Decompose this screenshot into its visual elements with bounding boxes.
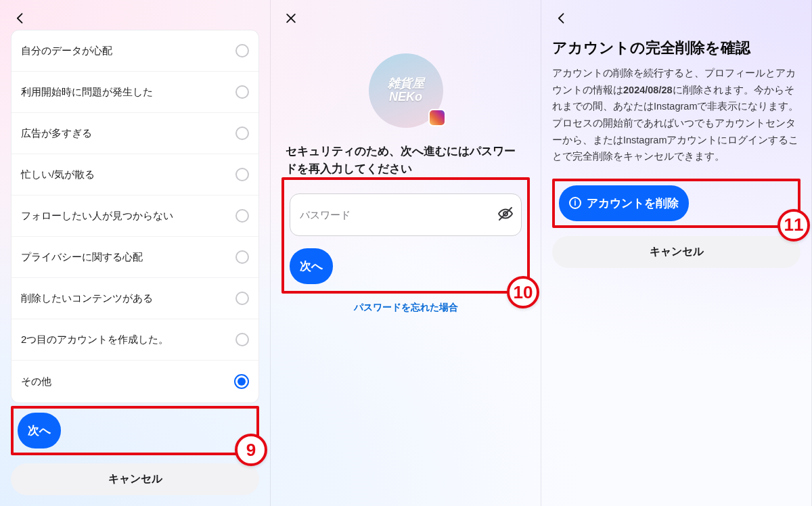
reason-label: 利用開始時に問題が発生した — [21, 86, 153, 99]
reason-row[interactable]: 自分のデータが心配 — [12, 30, 258, 72]
back-icon[interactable] — [552, 9, 571, 28]
reason-row[interactable]: フォローしたい人が見つからない — [12, 196, 258, 237]
cancel-button[interactable]: キャンセル — [552, 236, 800, 268]
reason-label: フォローしたい人が見つからない — [21, 210, 173, 223]
step-number-badge: 10 — [507, 276, 539, 308]
step-number-badge: 9 — [235, 434, 267, 466]
confirm-body-date: 2024/08/28 — [623, 85, 673, 95]
reason-list: 自分のデータが心配利用開始時に問題が発生した広告が多すぎる忙しい/気が散るフォロ… — [11, 30, 259, 403]
close-icon[interactable] — [281, 9, 300, 28]
avatar-text-line2: NEKo — [389, 91, 422, 104]
radio-unselected-icon[interactable] — [235, 168, 249, 181]
forgot-password-label: パスワードを忘れた場合 — [354, 302, 458, 313]
next-button-label: 次へ — [300, 258, 323, 274]
step-number-badge: 11 — [777, 209, 810, 242]
delete-account-label: アカウントを削除 — [587, 196, 679, 211]
password-input[interactable] — [290, 193, 522, 236]
reason-row[interactable]: 広告が多すぎる — [12, 113, 258, 154]
password-heading: セキュリティのため、次へ進むにはパスワードを再入力してください — [281, 143, 530, 177]
reason-label: 削除したいコンテンツがある — [21, 292, 153, 305]
reason-row[interactable]: 利用開始時に問題が発生した — [12, 72, 258, 113]
confirm-body-post: に削除されます。今からそれまでの間、あなたはInstagramで非表示になります… — [552, 85, 798, 162]
radio-unselected-icon[interactable] — [235, 85, 249, 99]
reason-label: 忙しい/気が散る — [21, 168, 95, 181]
avatar-text-line1: 雑貨屋 — [388, 77, 424, 91]
info-icon — [569, 197, 581, 209]
radio-unselected-icon[interactable] — [235, 333, 249, 346]
reason-label: その他 — [21, 375, 51, 388]
reason-row[interactable]: プライバシーに関する心配 — [12, 237, 258, 278]
avatar: 雑貨屋 NEKo — [281, 53, 530, 128]
confirm-body: アカウントの削除を続行すると、プロフィールとアカウントの情報は2024/08/2… — [552, 65, 800, 165]
next-button-label: 次へ — [28, 423, 51, 438]
panel-confirm-delete: アカウントの完全削除を確認 アカウントの削除を続行すると、プロフィールとアカウン… — [541, 0, 812, 506]
radio-unselected-icon[interactable] — [235, 209, 249, 223]
instagram-icon — [428, 109, 446, 127]
nav-row — [552, 7, 800, 30]
radio-unselected-icon[interactable] — [235, 44, 249, 58]
reason-row[interactable]: 削除したいコンテンツがある — [12, 278, 258, 319]
radio-selected-icon[interactable] — [234, 374, 249, 389]
panel-password: 雑貨屋 NEKo セキュリティのため、次へ進むにはパスワードを再入力してください… — [271, 0, 541, 506]
reason-row[interactable]: 忙しい/気が散る — [12, 154, 258, 196]
cancel-button[interactable]: キャンセル — [11, 463, 259, 495]
page-title: アカウントの完全削除を確認 — [552, 38, 800, 58]
reason-row[interactable]: その他 — [12, 361, 258, 402]
nav-row — [11, 7, 259, 30]
back-icon[interactable] — [11, 9, 30, 28]
radio-unselected-icon[interactable] — [235, 292, 249, 305]
reason-row[interactable]: 2つ目のアカウントを作成した。 — [12, 319, 258, 361]
radio-unselected-icon[interactable] — [235, 127, 249, 140]
forgot-password-link[interactable]: パスワードを忘れた場合 — [281, 302, 530, 314]
reason-label: 広告が多すぎる — [21, 127, 92, 140]
reason-label: プライバシーに関する心配 — [21, 251, 143, 264]
next-button[interactable]: 次へ — [18, 413, 61, 448]
cancel-button-label: キャンセル — [650, 246, 704, 257]
radio-unselected-icon[interactable] — [235, 250, 249, 264]
cancel-button-label: キャンセル — [108, 473, 162, 484]
reason-label: 自分のデータが心配 — [21, 45, 112, 58]
delete-account-button[interactable]: アカウントを削除 — [559, 185, 689, 221]
nav-row — [281, 7, 530, 30]
panel-reasons: 自分のデータが心配利用開始時に問題が発生した広告が多すぎる忙しい/気が散るフォロ… — [0, 0, 271, 506]
next-button[interactable]: 次へ — [290, 248, 333, 284]
toggle-visibility-icon[interactable] — [497, 206, 514, 225]
step-callout-9: 次へ 9 — [11, 406, 259, 455]
step-callout-10: 次へ 10 — [281, 177, 530, 294]
reason-label: 2つ目のアカウントを作成した。 — [21, 334, 168, 346]
step-callout-11: アカウントを削除 11 — [552, 179, 800, 228]
